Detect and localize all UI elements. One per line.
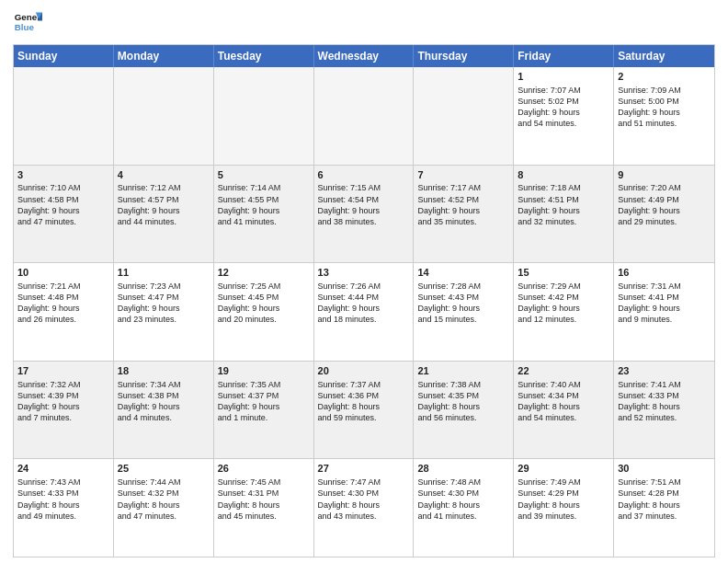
day-number: 17 (17, 364, 109, 378)
calendar-cell: 22Sunrise: 7:40 AM Sunset: 4:34 PM Dayli… (514, 362, 614, 459)
day-info: Sunrise: 7:07 AM Sunset: 5:02 PM Dayligh… (518, 85, 609, 130)
calendar-cell: 8Sunrise: 7:18 AM Sunset: 4:51 PM Daylig… (514, 166, 614, 263)
calendar-cell: 30Sunrise: 7:51 AM Sunset: 4:28 PM Dayli… (614, 459, 714, 557)
day-info: Sunrise: 7:32 AM Sunset: 4:39 PM Dayligh… (17, 379, 109, 424)
day-number: 7 (417, 168, 509, 182)
day-info: Sunrise: 7:38 AM Sunset: 4:35 PM Dayligh… (417, 379, 509, 424)
day-info: Sunrise: 7:43 AM Sunset: 4:33 PM Dayligh… (17, 477, 109, 522)
weekday-header-tuesday: Tuesday (214, 45, 314, 67)
header: General Blue (13, 9, 715, 39)
calendar-cell: 7Sunrise: 7:17 AM Sunset: 4:52 PM Daylig… (414, 166, 514, 263)
calendar-cell (414, 67, 514, 165)
calendar-cell: 4Sunrise: 7:12 AM Sunset: 4:57 PM Daylig… (114, 166, 214, 263)
calendar-cell (14, 67, 114, 165)
calendar-cell: 6Sunrise: 7:15 AM Sunset: 4:54 PM Daylig… (314, 166, 415, 263)
calendar-cell: 21Sunrise: 7:38 AM Sunset: 4:35 PM Dayli… (414, 362, 514, 459)
weekday-header-thursday: Thursday (414, 45, 514, 67)
day-info: Sunrise: 7:20 AM Sunset: 4:49 PM Dayligh… (618, 182, 711, 227)
calendar-cell: 13Sunrise: 7:26 AM Sunset: 4:44 PM Dayli… (314, 263, 415, 361)
day-number: 26 (218, 462, 310, 476)
calendar-cell: 2Sunrise: 7:09 AM Sunset: 5:00 PM Daylig… (614, 67, 714, 165)
weekday-header-friday: Friday (514, 45, 614, 67)
day-number: 25 (118, 462, 210, 476)
day-info: Sunrise: 7:17 AM Sunset: 4:52 PM Dayligh… (417, 182, 509, 227)
day-number: 28 (417, 462, 509, 476)
calendar-cell: 29Sunrise: 7:49 AM Sunset: 4:29 PM Dayli… (514, 459, 614, 557)
calendar-cell: 17Sunrise: 7:32 AM Sunset: 4:39 PM Dayli… (14, 362, 114, 459)
weekday-header-sunday: Sunday (14, 45, 114, 67)
day-number: 21 (417, 364, 509, 378)
day-info: Sunrise: 7:14 AM Sunset: 4:55 PM Dayligh… (218, 182, 310, 227)
day-number: 6 (318, 168, 410, 182)
calendar-cell: 20Sunrise: 7:37 AM Sunset: 4:36 PM Dayli… (314, 362, 415, 459)
day-number: 30 (618, 462, 711, 476)
day-info: Sunrise: 7:21 AM Sunset: 4:48 PM Dayligh… (17, 281, 109, 326)
day-info: Sunrise: 7:41 AM Sunset: 4:33 PM Dayligh… (618, 379, 711, 424)
day-info: Sunrise: 7:34 AM Sunset: 4:38 PM Dayligh… (118, 379, 210, 424)
day-info: Sunrise: 7:23 AM Sunset: 4:47 PM Dayligh… (118, 281, 210, 326)
day-number: 22 (518, 364, 609, 378)
day-info: Sunrise: 7:15 AM Sunset: 4:54 PM Dayligh… (318, 182, 410, 227)
calendar-cell (114, 67, 214, 165)
day-number: 23 (618, 364, 711, 378)
calendar-row-0: 1Sunrise: 7:07 AM Sunset: 5:02 PM Daylig… (14, 67, 714, 165)
day-number: 1 (518, 70, 609, 84)
calendar-row-4: 24Sunrise: 7:43 AM Sunset: 4:33 PM Dayli… (14, 458, 714, 557)
day-info: Sunrise: 7:48 AM Sunset: 4:30 PM Dayligh… (417, 477, 509, 522)
day-number: 4 (118, 168, 210, 182)
calendar-row-3: 17Sunrise: 7:32 AM Sunset: 4:39 PM Dayli… (14, 361, 714, 459)
calendar-cell: 24Sunrise: 7:43 AM Sunset: 4:33 PM Dayli… (14, 459, 114, 557)
calendar-cell: 9Sunrise: 7:20 AM Sunset: 4:49 PM Daylig… (614, 166, 714, 263)
day-number: 19 (218, 364, 310, 378)
weekday-header-monday: Monday (114, 45, 214, 67)
day-number: 24 (17, 462, 109, 476)
calendar-cell: 10Sunrise: 7:21 AM Sunset: 4:48 PM Dayli… (14, 263, 114, 361)
calendar-cell: 25Sunrise: 7:44 AM Sunset: 4:32 PM Dayli… (114, 459, 214, 557)
calendar-cell: 19Sunrise: 7:35 AM Sunset: 4:37 PM Dayli… (214, 362, 314, 459)
day-info: Sunrise: 7:10 AM Sunset: 4:58 PM Dayligh… (17, 182, 109, 227)
calendar-cell: 26Sunrise: 7:45 AM Sunset: 4:31 PM Dayli… (214, 459, 314, 557)
day-number: 11 (118, 266, 210, 280)
day-info: Sunrise: 7:25 AM Sunset: 4:45 PM Dayligh… (218, 281, 310, 326)
calendar-row-2: 10Sunrise: 7:21 AM Sunset: 4:48 PM Dayli… (14, 262, 714, 361)
calendar-cell: 16Sunrise: 7:31 AM Sunset: 4:41 PM Dayli… (614, 263, 714, 361)
day-number: 18 (118, 364, 210, 378)
calendar-cell: 1Sunrise: 7:07 AM Sunset: 5:02 PM Daylig… (514, 67, 614, 165)
day-number: 27 (318, 462, 410, 476)
day-info: Sunrise: 7:44 AM Sunset: 4:32 PM Dayligh… (118, 477, 210, 522)
day-info: Sunrise: 7:18 AM Sunset: 4:51 PM Dayligh… (518, 182, 609, 227)
day-info: Sunrise: 7:09 AM Sunset: 5:00 PM Dayligh… (618, 85, 711, 130)
day-info: Sunrise: 7:31 AM Sunset: 4:41 PM Dayligh… (618, 281, 711, 326)
day-number: 3 (17, 168, 109, 182)
day-info: Sunrise: 7:51 AM Sunset: 4:28 PM Dayligh… (618, 477, 711, 522)
calendar-cell: 12Sunrise: 7:25 AM Sunset: 4:45 PM Dayli… (214, 263, 314, 361)
day-number: 20 (318, 364, 410, 378)
calendar-cell: 28Sunrise: 7:48 AM Sunset: 4:30 PM Dayli… (414, 459, 514, 557)
calendar-cell: 5Sunrise: 7:14 AM Sunset: 4:55 PM Daylig… (214, 166, 314, 263)
calendar-cell: 3Sunrise: 7:10 AM Sunset: 4:58 PM Daylig… (14, 166, 114, 263)
day-info: Sunrise: 7:37 AM Sunset: 4:36 PM Dayligh… (318, 379, 410, 424)
day-info: Sunrise: 7:49 AM Sunset: 4:29 PM Dayligh… (518, 477, 609, 522)
day-number: 12 (218, 266, 310, 280)
day-info: Sunrise: 7:40 AM Sunset: 4:34 PM Dayligh… (518, 379, 609, 424)
day-info: Sunrise: 7:26 AM Sunset: 4:44 PM Dayligh… (318, 281, 410, 326)
day-number: 14 (417, 266, 509, 280)
logo-icon: General Blue (13, 9, 42, 39)
calendar-cell: 23Sunrise: 7:41 AM Sunset: 4:33 PM Dayli… (614, 362, 714, 459)
calendar-cell: 27Sunrise: 7:47 AM Sunset: 4:30 PM Dayli… (314, 459, 415, 557)
weekday-header-saturday: Saturday (614, 45, 714, 67)
day-info: Sunrise: 7:47 AM Sunset: 4:30 PM Dayligh… (318, 477, 410, 522)
day-number: 13 (318, 266, 410, 280)
calendar-cell: 15Sunrise: 7:29 AM Sunset: 4:42 PM Dayli… (514, 263, 614, 361)
calendar-cell (214, 67, 314, 165)
day-number: 5 (218, 168, 310, 182)
page: General Blue SundayMondayTuesdayWednesda… (0, 0, 728, 563)
day-number: 8 (518, 168, 609, 182)
calendar-row-1: 3Sunrise: 7:10 AM Sunset: 4:58 PM Daylig… (14, 165, 714, 263)
day-info: Sunrise: 7:45 AM Sunset: 4:31 PM Dayligh… (218, 477, 310, 522)
calendar-cell: 14Sunrise: 7:28 AM Sunset: 4:43 PM Dayli… (414, 263, 514, 361)
logo: General Blue (13, 9, 42, 39)
day-info: Sunrise: 7:28 AM Sunset: 4:43 PM Dayligh… (417, 281, 509, 326)
day-info: Sunrise: 7:35 AM Sunset: 4:37 PM Dayligh… (218, 379, 310, 424)
calendar-header: SundayMondayTuesdayWednesdayThursdayFrid… (14, 45, 714, 67)
